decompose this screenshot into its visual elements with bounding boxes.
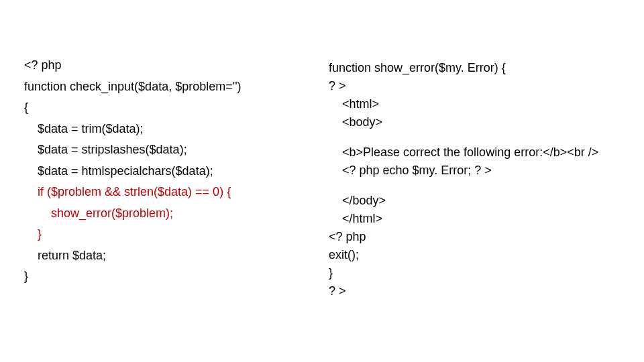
code-line: <? php <box>24 55 306 76</box>
left-code-column: <? php function check_input($data, $prob… <box>24 55 306 288</box>
code-block: <b>Please correct the following error:</… <box>329 143 617 180</box>
code-line: exit(); <box>329 246 617 264</box>
code-line: $data = htmlspecialchars($data); <box>24 161 306 182</box>
code-line: if ($problem && strlen($data) == 0) { <box>24 182 306 203</box>
code-line: { <box>24 97 306 119</box>
code-line: function show_error($my. Error) { <box>329 59 617 77</box>
code-line: } <box>24 266 306 288</box>
code-line: show_error($problem); <box>24 203 306 225</box>
code-line: function check_input($data, $problem='') <box>24 76 306 98</box>
slide: <? php function check_input($data, $prob… <box>0 0 644 362</box>
code-line: return $data; <box>24 245 306 267</box>
code-line: $data = stripslashes($data); <box>24 139 306 161</box>
code-line: ? > <box>329 77 617 95</box>
code-line: <? php <box>329 228 617 246</box>
code-line: <html> <box>329 95 617 113</box>
code-line: } <box>24 224 306 245</box>
code-line: <? php echo $my. Error; ? > <box>329 162 617 180</box>
code-line: $data = trim($data); <box>24 119 306 140</box>
code-line: </html> <box>329 210 617 228</box>
code-line: ? > <box>329 282 617 300</box>
code-block: </body> </html> <? php exit(); } ? > <box>329 192 617 300</box>
code-line: </body> <box>329 192 617 210</box>
code-block: function show_error($my. Error) { ? > <h… <box>329 59 617 131</box>
code-line: <body> <box>329 113 617 131</box>
code-line: <b>Please correct the following error:</… <box>329 143 617 162</box>
right-code-column: function show_error($my. Error) { ? > <h… <box>329 59 617 300</box>
code-line: } <box>329 264 617 282</box>
